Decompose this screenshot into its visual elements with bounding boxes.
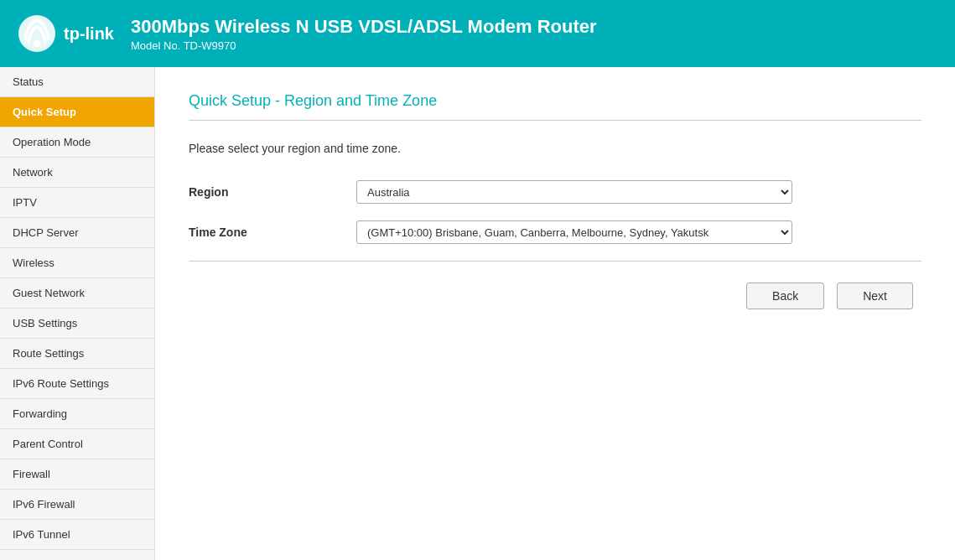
sidebar-item-parent-control[interactable]: Parent Control [0, 429, 154, 459]
region-label: Region [189, 185, 356, 199]
model-name: Model No. TD-W9970 [131, 39, 597, 52]
svg-point-1 [34, 40, 40, 47]
sidebar-item-forwarding[interactable]: Forwarding [0, 399, 154, 429]
sidebar: StatusQuick SetupOperation ModeNetworkIP… [0, 67, 155, 560]
button-row: Back Next [189, 283, 921, 309]
sidebar-item-status[interactable]: Status [0, 67, 154, 97]
title-divider [189, 120, 921, 121]
sidebar-item-route-settings[interactable]: Route Settings [0, 339, 154, 369]
region-row: Region AustraliaUnited StatesUnited King… [189, 180, 921, 204]
form-divider [189, 261, 921, 262]
sidebar-item-quick-setup[interactable]: Quick Setup [0, 97, 154, 127]
sidebar-item-bandwidth-control[interactable]: Bandwidth Control [0, 550, 154, 560]
product-name: 300Mbps Wireless N USB VDSL/ADSL Modem R… [131, 16, 597, 38]
region-select[interactable]: AustraliaUnited StatesUnited KingdomCana… [356, 180, 792, 204]
next-button[interactable]: Next [837, 283, 913, 309]
logo-text: tp-link [64, 24, 114, 44]
tp-link-logo-icon [17, 13, 57, 54]
sidebar-item-wireless[interactable]: Wireless [0, 248, 154, 278]
sidebar-item-ipv6-route-settings[interactable]: IPv6 Route Settings [0, 369, 154, 399]
sidebar-item-operation-mode[interactable]: Operation Mode [0, 127, 154, 158]
content-area: Quick Setup - Region and Time Zone Pleas… [155, 67, 955, 560]
sidebar-item-dhcp-server[interactable]: DHCP Server [0, 218, 154, 248]
header-title: 300Mbps Wireless N USB VDSL/ADSL Modem R… [131, 16, 597, 52]
page-title: Quick Setup - Region and Time Zone [189, 92, 921, 110]
sidebar-item-ipv6-tunnel[interactable]: IPv6 Tunnel [0, 520, 154, 550]
sidebar-item-usb-settings[interactable]: USB Settings [0, 309, 154, 339]
sidebar-item-iptv[interactable]: IPTV [0, 188, 154, 218]
timezone-select[interactable]: (GMT+10:00) Brisbane, Guam, Canberra, Me… [356, 220, 792, 244]
logo-container: tp-link [17, 13, 114, 54]
subtitle: Please select your region and time zone. [189, 142, 921, 155]
back-button[interactable]: Back [746, 283, 824, 309]
main-layout: StatusQuick SetupOperation ModeNetworkIP… [0, 67, 955, 560]
timezone-row: Time Zone (GMT+10:00) Brisbane, Guam, Ca… [189, 220, 921, 244]
timezone-control: (GMT+10:00) Brisbane, Guam, Canberra, Me… [356, 220, 792, 244]
sidebar-item-network[interactable]: Network [0, 158, 154, 188]
timezone-label: Time Zone [189, 226, 356, 239]
sidebar-item-guest-network[interactable]: Guest Network [0, 278, 154, 309]
sidebar-item-firewall[interactable]: Firewall [0, 459, 154, 490]
header: tp-link 300Mbps Wireless N USB VDSL/ADSL… [0, 0, 955, 67]
sidebar-item-ipv6-firewall[interactable]: IPv6 Firewall [0, 490, 154, 520]
region-control: AustraliaUnited StatesUnited KingdomCana… [356, 180, 792, 204]
